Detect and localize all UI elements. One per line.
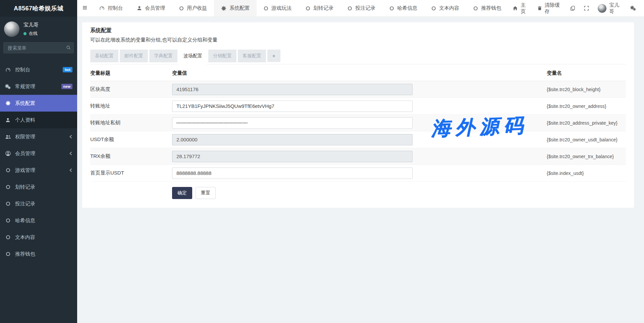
table-header: 变量标题 变量值 变量名: [90, 64, 626, 81]
sidebar-item-label: 文本内容: [15, 234, 35, 241]
sidebar-user-panel: 宝儿哥 在线: [0, 17, 77, 41]
circle-icon: [179, 6, 184, 11]
sidebar-item-rec-wallet[interactable]: 推荐钱包: [0, 246, 77, 262]
submit-button[interactable]: 确定: [172, 187, 192, 199]
topnav-item-label: 推荐钱包: [481, 5, 501, 11]
topnav-item-label: 会员管理: [145, 5, 165, 11]
sidebar-item-label: 控制台: [15, 67, 30, 73]
topnav-item-label: 游戏玩法: [271, 5, 291, 11]
col-var-title: 变量标题: [90, 70, 172, 76]
main-area: 控制台会员管理用户收益系统配置游戏玩法划转记录投注记录哈希信息文本内容推荐钱包 …: [77, 0, 644, 323]
gears-icon: [5, 84, 11, 89]
topnav-item-members[interactable]: 会员管理: [130, 0, 172, 16]
app-logo[interactable]: A8567哈希娱乐城: [0, 0, 77, 17]
circle-icon: [431, 6, 436, 11]
user-icon: [137, 6, 142, 11]
tab-basic[interactable]: 基础配置: [90, 50, 118, 62]
top-navbar: 控制台会员管理用户收益系统配置游戏玩法划转记录投注记录哈希信息文本内容推荐钱包 …: [77, 0, 644, 17]
topnav-item-game-play[interactable]: 游戏玩法: [257, 0, 299, 16]
input-usdt-balance: [172, 134, 413, 145]
var-title: 区块高度: [90, 86, 172, 92]
sidebar-item-general-mgmt[interactable]: 常规管理new: [0, 78, 77, 95]
config-row-owner-address: 转账地址{$site.trc20_owner_address}: [90, 98, 626, 115]
copy-button[interactable]: [566, 0, 580, 16]
var-name: {$site.trc20_address_private_key}: [547, 120, 626, 126]
sidebar-item-text-content[interactable]: 文本内容: [0, 229, 77, 246]
var-title: USDT余额: [90, 136, 172, 143]
circle-icon: [5, 235, 11, 240]
page-subtitle: 可以在此增改系统的变量和分组,也可以自定义分组和变量: [90, 37, 626, 43]
dashboard-icon: [99, 6, 105, 11]
topnav-item-transfer-log[interactable]: 划转记录: [299, 0, 340, 16]
config-row-block-height: 区块高度{$site.trc20_block_height}: [90, 81, 626, 98]
current-user[interactable]: 宝儿哥: [593, 0, 626, 16]
topnav-item-text-content[interactable]: 文本内容: [424, 0, 466, 16]
config-row-usdt-balance: USDT余额{$site.trc20_owner_usdt_balance}: [90, 131, 626, 148]
var-name: {$site.trc20_owner_trx_balance}: [547, 154, 626, 159]
sidebar-item-console[interactable]: 控制台hot: [0, 61, 77, 78]
col-var-value: 变量值: [172, 70, 547, 76]
var-title: TRX余额: [90, 153, 172, 159]
tab-dispatch[interactable]: 分销配置: [208, 50, 236, 62]
user-icon: [5, 118, 11, 123]
search-icon[interactable]: [66, 45, 71, 51]
topnav-tabs: 控制台会员管理用户收益系统配置游戏玩法划转记录投注记录哈希信息文本内容推荐钱包: [92, 0, 508, 16]
sidebar-item-member-mgmt[interactable]: 会员管理: [0, 145, 77, 162]
topnav-item-user-income[interactable]: 用户收益: [172, 0, 214, 16]
fullscreen-button[interactable]: [580, 0, 593, 16]
sidebar-item-label: 游戏管理: [15, 167, 35, 174]
sidebar-item-game-mgmt[interactable]: 游戏管理: [0, 162, 77, 179]
topnav-item-label: 文本内容: [439, 5, 459, 11]
col-var-name: 变量名: [547, 70, 626, 76]
var-value-cell: [172, 117, 547, 129]
user-info: 宝儿哥 在线: [23, 22, 39, 37]
input-trx-balance: [172, 151, 413, 162]
settings-button[interactable]: [626, 0, 641, 16]
circle-icon: [306, 6, 310, 11]
reset-button[interactable]: 重置: [196, 187, 216, 199]
clear-cache-link[interactable]: 清除缓存: [533, 0, 566, 16]
chevron-left-icon: [69, 168, 72, 172]
hamburger-icon: [82, 5, 88, 12]
var-value-cell: [172, 101, 547, 112]
tab-tron[interactable]: 波场配置: [179, 50, 207, 64]
sidebar-item-system-config[interactable]: 系统配置: [0, 95, 77, 112]
sidebar-item-label: 哈希信息: [15, 217, 35, 224]
topnav-item-system-config[interactable]: 系统配置: [214, 0, 257, 16]
input-private-key[interactable]: [172, 117, 413, 129]
topnav-item-hash-info[interactable]: 哈希信息: [382, 0, 424, 16]
home-link[interactable]: 主页: [508, 0, 533, 16]
topnav-right: 主页清除缓存宝儿哥: [508, 0, 644, 16]
page-title: 系统配置: [90, 27, 626, 34]
user-avatar: [4, 21, 19, 37]
tab-add[interactable]: +: [267, 50, 280, 62]
new-badge: new: [61, 84, 72, 89]
topnav-item-console[interactable]: 控制台: [92, 0, 130, 16]
circle-icon: [5, 218, 11, 223]
sidebar-toggle-button[interactable]: [77, 0, 92, 16]
input-owner-address[interactable]: [172, 101, 413, 112]
sidebar-item-hash-info[interactable]: 哈希信息: [0, 212, 77, 229]
circle-icon: [389, 6, 394, 11]
trash-icon: [537, 6, 542, 11]
sidebar-item-auth-mgmt[interactable]: 权限管理: [0, 128, 77, 145]
topnav-item-label: 控制台: [108, 5, 123, 11]
topnav-item-rec-wallet[interactable]: 推荐钱包: [466, 0, 508, 16]
sidebar-item-label: 权限管理: [15, 134, 35, 140]
hot-badge: hot: [63, 67, 72, 72]
topnav-item-bet-log[interactable]: 投注记录: [340, 0, 382, 16]
sidebar-item-bet-log[interactable]: 投注记录: [0, 195, 77, 212]
sidebar-item-transfer-log[interactable]: 划转记录: [0, 179, 77, 195]
circle-icon: [5, 201, 11, 206]
tab-email[interactable]: 邮件配置: [120, 50, 148, 62]
topnav-item-label: 哈希信息: [397, 5, 417, 11]
tab-service[interactable]: 客服配置: [238, 50, 266, 62]
tab-dict[interactable]: 字典配置: [149, 50, 177, 62]
menu-search-input[interactable]: [3, 42, 74, 53]
sidebar-item-label: 划转记录: [15, 184, 35, 190]
sidebar-item-label: 个人资料: [15, 117, 35, 123]
sidebar-item-profile[interactable]: 个人资料: [0, 112, 77, 128]
circle-icon: [5, 252, 11, 256]
input-index-usdt[interactable]: [172, 168, 413, 179]
chevron-left-icon: [69, 151, 72, 155]
